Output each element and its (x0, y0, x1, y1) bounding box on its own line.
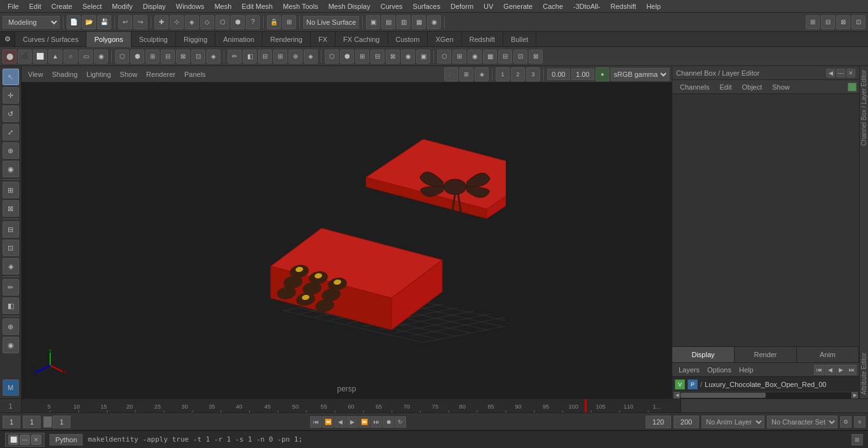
timeline-ruler[interactable]: 5 10 15 20 25 30 35 40 45 50 55 60 65 70… (22, 399, 681, 412)
vp-shade-btn[interactable]: 1 (496, 67, 510, 81)
lasso-button[interactable]: ⊹ (170, 15, 184, 29)
menu-item-redshift[interactable]: Redshift (606, 1, 641, 11)
tab-rendering[interactable]: Rendering (262, 32, 311, 47)
poly-cone-button[interactable]: ▲ (48, 50, 62, 64)
display-tab[interactable]: Display (672, 347, 735, 362)
layers-prev-prev-button[interactable]: ⏮ (814, 365, 824, 375)
layout3-button[interactable]: ⊠ (836, 15, 850, 29)
menu-item-mesh[interactable]: Mesh (209, 1, 236, 11)
mini-window-icon[interactable]: ⬜ (8, 435, 18, 445)
poly-tool16[interactable]: ⊞ (452, 50, 466, 64)
vp-lighting-menu[interactable]: Lighting (83, 69, 115, 79)
object-tab[interactable]: Object (736, 82, 767, 92)
snap-grid-button[interactable]: ⊟ (3, 221, 19, 238)
last-tool-button[interactable]: ⊠ (3, 200, 19, 217)
anim-layer-select[interactable]: No Anim Layer (702, 416, 764, 428)
tab-rigging[interactable]: Rigging (176, 32, 215, 47)
poly-tool4[interactable]: ⊟ (161, 50, 175, 64)
poly-tool3[interactable]: ⊞ (146, 50, 159, 64)
tab-redshift[interactable]: Redshift (462, 32, 503, 47)
menu-item-deform[interactable]: Deform (445, 1, 478, 11)
tab-xgen[interactable]: XGen (428, 32, 461, 47)
poly-smooth[interactable]: ◈ (304, 50, 318, 64)
panel-close-button[interactable]: ✕ (846, 69, 855, 78)
layer-playback-button[interactable]: P (688, 379, 698, 390)
layers-menu-item[interactable]: Layers (675, 365, 703, 375)
poly-tool14[interactable]: ▣ (416, 50, 430, 64)
help-menu-item[interactable]: Help (735, 365, 757, 375)
play-forward-button[interactable]: ▶ (346, 416, 358, 428)
anim-tab[interactable]: Anim (797, 347, 859, 362)
poly-tool2[interactable]: ⬢ (130, 50, 144, 64)
loop-button[interactable]: ↻ (395, 416, 406, 428)
show-manip-button[interactable]: ⊞ (3, 182, 19, 198)
poly-boolean[interactable]: ⊕ (288, 50, 302, 64)
select-tool-button[interactable]: ✚ (154, 15, 168, 29)
poly-tool11[interactable]: ⊟ (370, 50, 384, 64)
current-frame-display[interactable]: 1 (3, 416, 20, 428)
vp-shading-menu[interactable]: Shading (48, 69, 81, 79)
poly-plane-button[interactable]: ▭ (79, 50, 93, 64)
layer-visible-button[interactable]: V (675, 379, 685, 390)
menu-item-display[interactable]: Display (138, 1, 171, 11)
menu-item-create[interactable]: Create (46, 1, 78, 11)
frame-range-input[interactable]: 1 (53, 416, 71, 428)
tab-animation[interactable]: Animation (215, 32, 262, 47)
channel-box-strip-label[interactable]: Channel Box / Layer Editor (859, 66, 868, 150)
show-hide-button[interactable]: ◉ (3, 337, 19, 353)
tab-bullet[interactable]: Bullet (503, 32, 537, 47)
poly-tool9[interactable]: ⬢ (340, 50, 354, 64)
tab-custom[interactable]: Custom (388, 32, 428, 47)
layers-next-button[interactable]: ▶ (836, 365, 846, 375)
anim-extra-button[interactable]: ≡ (854, 416, 865, 428)
step-back-button[interactable]: ⏪ (322, 416, 334, 428)
panel-pin-button[interactable]: ◀ (826, 69, 835, 78)
poly-tool21[interactable]: ⊠ (529, 50, 543, 64)
render2-button[interactable]: ▤ (381, 15, 395, 29)
menu-item-select[interactable]: Select (78, 1, 107, 11)
tab-curves-surfaces[interactable]: Curves / Surfaces (15, 32, 86, 47)
mini-window-min[interactable]: — (20, 435, 30, 445)
scroll-right-button[interactable]: ▶ (851, 392, 858, 398)
colorspace-btn[interactable]: ● (595, 67, 609, 81)
paint-effects-button[interactable]: ✏ (3, 279, 19, 295)
quick-select-button[interactable]: ⊕ (3, 318, 19, 335)
vp-cam-btn[interactable]: 🎥 (444, 67, 458, 81)
poly-torus-button[interactable]: ○ (64, 50, 78, 64)
playback-start-frame[interactable]: 120 (646, 416, 671, 428)
go-to-end-button[interactable]: ⏭ (370, 416, 382, 428)
layout2-button[interactable]: ⊟ (821, 15, 835, 29)
new-file-button[interactable]: 📄 (67, 15, 81, 29)
vp-shade2-btn[interactable]: 2 (511, 67, 525, 81)
colorspace-select[interactable]: sRGB gamma (611, 68, 669, 81)
menu-item-curves[interactable]: Curves (376, 1, 408, 11)
tab-settings-icon[interactable]: ⚙ (0, 32, 15, 47)
tab-polygons[interactable]: Polygons (86, 32, 131, 47)
menu-item-windows[interactable]: Windows (171, 1, 210, 11)
show-tab[interactable]: Show (767, 82, 795, 92)
snap-curve-button[interactable]: ⊡ (3, 240, 19, 256)
mode-select[interactable]: Modeling (3, 16, 60, 29)
maya-icon-button[interactable]: M (3, 379, 19, 396)
redo-button[interactable]: ↪ (133, 15, 147, 29)
options-menu-item[interactable]: Options (703, 365, 735, 375)
poly-tool19[interactable]: ⊟ (498, 50, 512, 64)
poly-tool18[interactable]: ▦ (483, 50, 497, 64)
attribute-editor-strip-label[interactable]: Attribute Editor (859, 349, 868, 398)
tool3-button[interactable]: ◇ (200, 15, 214, 29)
poly-extrude[interactable]: ✏ (227, 50, 241, 64)
open-file-button[interactable]: 📂 (82, 15, 96, 29)
poly-cylinder-button[interactable]: ⬜ (33, 50, 47, 64)
tool4-button[interactable]: ⬡ (215, 15, 229, 29)
vp-show-menu[interactable]: Show (116, 69, 142, 79)
menu-item-cache[interactable]: Cache (538, 1, 568, 11)
poly-tool10[interactable]: ⊞ (355, 50, 369, 64)
go-to-start-button[interactable]: ⏮ (310, 416, 322, 428)
play-back-button[interactable]: ◀ (334, 416, 346, 428)
color-swatch[interactable] (848, 83, 857, 92)
poly-tool17[interactable]: ◉ (468, 50, 482, 64)
gamma-input[interactable] (547, 69, 570, 80)
scale-tool-button[interactable]: ⤢ (3, 124, 19, 140)
vp-view-menu[interactable]: View (24, 69, 47, 79)
poly-bridge[interactable]: ⊟ (258, 50, 272, 64)
